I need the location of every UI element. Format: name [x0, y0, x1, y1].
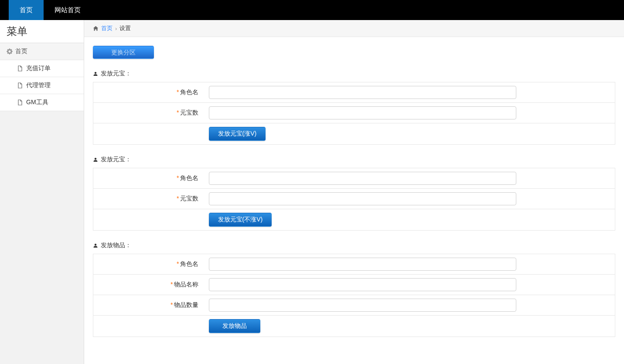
sidebar-item-recharge-orders[interactable]: 充值订单	[0, 60, 84, 77]
ingot-amount-input[interactable]	[209, 192, 516, 205]
file-icon	[17, 65, 23, 71]
section-title: 发放元宝：	[101, 156, 131, 163]
item-name-input[interactable]	[209, 278, 516, 291]
nav-site-home[interactable]: 网站首页	[44, 0, 92, 20]
main-content: 首页 › 设置 更换分区 发放元宝： *角色名	[84, 20, 624, 364]
required-mark: *	[177, 88, 179, 95]
sidebar-item-gm-tools[interactable]: GM工具	[0, 94, 84, 111]
user-icon	[93, 71, 98, 77]
field-label: 物品数量	[174, 301, 198, 308]
change-zone-button[interactable]: 更换分区	[93, 46, 154, 59]
sidebar-section-home[interactable]: 首页	[0, 43, 84, 60]
form-table-item: *角色名 *物品名称 *物品数量	[93, 254, 615, 337]
user-icon	[93, 157, 98, 163]
field-label: 元宝数	[180, 195, 198, 202]
sidebar-item-agent-management[interactable]: 代理管理	[0, 77, 84, 94]
sidebar-section-label: 首页	[15, 48, 27, 55]
sidebar-item-label: 代理管理	[26, 82, 51, 89]
breadcrumb-separator: ›	[115, 25, 117, 32]
file-icon	[17, 99, 23, 105]
required-mark: *	[170, 301, 173, 308]
sidebar-item-label: 充值订单	[26, 65, 51, 72]
required-mark: *	[177, 195, 179, 202]
sidebar-title: 菜单	[0, 20, 84, 43]
home-icon	[93, 26, 99, 31]
field-label: 角色名	[180, 260, 198, 267]
top-nav: 首页 网站首页	[0, 0, 624, 20]
field-label: 角色名	[180, 88, 198, 95]
breadcrumb-current: 设置	[119, 24, 131, 32]
file-icon	[17, 82, 23, 88]
user-icon	[93, 243, 98, 248]
field-label: 角色名	[180, 174, 198, 181]
section-header-ingot-1: 发放元宝：	[93, 70, 615, 78]
section-title: 发放元宝：	[101, 70, 131, 78]
gear-icon	[7, 48, 13, 54]
section-header-ingot-2: 发放元宝：	[93, 156, 615, 163]
field-label: 元宝数	[180, 109, 198, 116]
sidebar-item-label: GM工具	[26, 99, 48, 106]
form-table-ingot-2: *角色名 *元宝数 发放元宝(	[93, 168, 615, 231]
required-mark: *	[177, 174, 179, 181]
item-quantity-input[interactable]	[209, 299, 516, 312]
breadcrumb: 首页 › 设置	[84, 20, 624, 37]
required-mark: *	[177, 260, 179, 267]
role-name-input[interactable]	[209, 86, 516, 99]
section-title: 发放物品：	[101, 242, 131, 249]
role-name-input[interactable]	[209, 172, 516, 185]
submit-item-button[interactable]: 发放物品	[209, 319, 260, 333]
section-header-item: 发放物品：	[93, 242, 615, 249]
field-label: 物品名称	[174, 281, 198, 288]
role-name-input[interactable]	[209, 258, 516, 271]
submit-ingot-novip-button[interactable]: 发放元宝(不涨V)	[209, 213, 272, 227]
sidebar: 菜单 首页 充值订单	[0, 20, 84, 364]
required-mark: *	[177, 109, 179, 116]
required-mark: *	[170, 281, 173, 288]
ingot-amount-input[interactable]	[209, 106, 516, 119]
form-table-ingot-1: *角色名 *元宝数 发放元宝(	[93, 82, 615, 145]
submit-ingot-vip-button[interactable]: 发放元宝(涨V)	[209, 127, 266, 141]
breadcrumb-home-link[interactable]: 首页	[101, 24, 113, 32]
nav-home[interactable]: 首页	[9, 0, 44, 20]
